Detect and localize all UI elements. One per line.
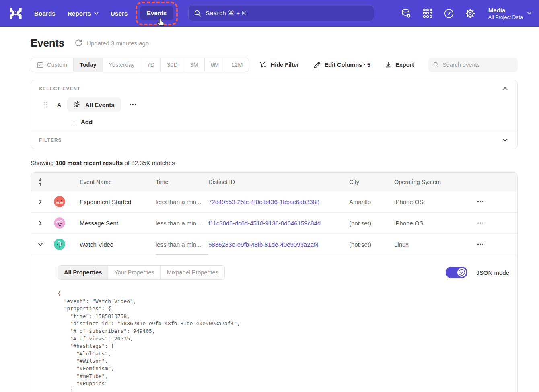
row-menu-button[interactable] (475, 241, 486, 248)
nav-item-users[interactable]: Users (105, 10, 134, 17)
sparkle-cursor-icon (74, 101, 81, 109)
chevron-down-icon (38, 243, 43, 246)
calendar-icon (37, 62, 43, 68)
table-toolbar: Hide Filter Edit Columns · 5 Export (259, 58, 518, 72)
expand-row-button[interactable] (31, 218, 49, 228)
expand-row-button[interactable] (31, 197, 49, 207)
date-range-yesterday[interactable]: Yesterday (103, 58, 141, 72)
distinct-id-link[interactable]: 72d49553-25fc-4f0c-b436-1b5ac6ab3388 (208, 198, 349, 205)
column-header-distinct-id[interactable]: Distinct ID (208, 179, 349, 185)
event-selector-pill[interactable]: All Events (67, 97, 121, 112)
download-icon (385, 62, 391, 68)
svg-text:?: ? (447, 10, 451, 17)
tab-all-properties[interactable]: All Properties (58, 266, 108, 279)
query-builder-card: SELECT EVENT A All Events (31, 80, 518, 149)
ellipsis-icon (477, 243, 484, 245)
time-cell: less than a min... (156, 241, 208, 248)
page-title: Events (31, 37, 64, 50)
date-range-3m[interactable]: 3M (184, 58, 204, 72)
search-icon (194, 10, 201, 17)
chevron-up-icon (502, 87, 508, 90)
check-circle-icon (458, 269, 465, 276)
event-name-cell: Watch Video (70, 241, 156, 248)
funnel-plus-icon (259, 62, 267, 68)
ellipsis-icon (477, 222, 484, 224)
results-summary: Showing 100 most recent results of 82.35… (31, 159, 518, 166)
tab-your-properties[interactable]: Your Properties (108, 266, 160, 279)
add-event-button[interactable]: Add (71, 118, 93, 125)
export-button[interactable]: Export (385, 62, 414, 68)
project-switcher[interactable]: Media All Project Data (488, 6, 532, 21)
date-range-7d[interactable]: 7D (141, 58, 161, 72)
events-table: Event Name Time Distinct ID City Operati… (31, 172, 518, 392)
event-row-letter: A (57, 101, 61, 108)
chevron-down-icon (94, 12, 99, 15)
help-icon[interactable]: ? (444, 8, 454, 18)
ellipsis-icon (129, 104, 137, 106)
distinct-id-link[interactable]: 5886283e-e9fb-48fb-81de-40e9093a2af4 (208, 241, 349, 248)
project-name: Media (488, 6, 523, 14)
collapse-row-button[interactable] (31, 240, 49, 248)
date-range-today[interactable]: Today (73, 58, 103, 72)
properties-tabs: All Properties Your Properties Mixpanel … (58, 265, 225, 280)
mixpanel-logo-icon[interactable] (9, 6, 23, 20)
project-scope: All Project Data (488, 14, 523, 21)
expand-filters-button[interactable] (501, 138, 509, 142)
primary-nav: Boards Reports Users (28, 10, 134, 17)
column-header-time[interactable]: Time (156, 179, 208, 185)
date-range-custom[interactable]: Custom (31, 58, 73, 72)
main-content: Events Updated 3 minutes ago Custom Toda… (0, 37, 539, 392)
select-event-heading: SELECT EVENT (39, 86, 81, 91)
apps-grid-icon[interactable] (423, 8, 432, 18)
event-avatar (54, 217, 65, 229)
edit-columns-button[interactable]: Edit Columns · 5 (314, 62, 370, 68)
date-range-30d[interactable]: 30D (160, 58, 184, 72)
ellipsis-icon (477, 201, 484, 202)
toggle-knob (457, 268, 466, 277)
chevron-right-icon (39, 199, 42, 204)
updated-timestamp: Updated 3 minutes ago (86, 40, 149, 47)
event-detail-panel: All Properties Your Properties Mixpanel … (31, 255, 517, 392)
column-header-event-name[interactable]: Event Name (70, 179, 156, 185)
column-header-city[interactable]: City (349, 179, 394, 185)
hide-filter-button[interactable]: Hide Filter (259, 62, 299, 68)
pointer-hand-cursor-icon (156, 18, 165, 27)
sort-arrows-icon (38, 177, 43, 186)
data-management-icon[interactable] (401, 8, 411, 18)
event-avatar (54, 239, 65, 250)
distinct-id-link[interactable]: f11c30d6-dc6d-4518-9136-0d046159c84d (208, 220, 349, 227)
collapse-all-rows-button[interactable] (38, 177, 43, 186)
global-search-input[interactable]: Search ⌘ + K (188, 6, 374, 21)
pencil-icon (314, 62, 321, 68)
collapse-select-event-button[interactable] (501, 86, 509, 91)
city-cell: Amarillo (349, 198, 394, 205)
nav-item-boards[interactable]: Boards (28, 10, 62, 17)
event-name-cell: Message Sent (70, 220, 156, 227)
settings-gear-icon[interactable] (465, 8, 475, 18)
city-cell: (not set) (349, 220, 394, 227)
event-avatar (54, 196, 65, 207)
date-range-6m[interactable]: 6M (204, 58, 225, 72)
tab-mixpanel-properties[interactable]: Mixpanel Properties (160, 266, 224, 279)
column-header-operating-system[interactable]: Operating System (394, 179, 473, 185)
date-range-12m[interactable]: 12M (225, 58, 249, 72)
json-mode-toggle[interactable] (446, 267, 467, 278)
row-menu-button[interactable] (475, 198, 486, 205)
nav-item-reports[interactable]: Reports (62, 10, 105, 17)
top-navbar: Boards Reports Users Events Search ⌘ + K… (0, 0, 539, 27)
time-cell: less than a min... (156, 198, 208, 205)
row-menu-button[interactable] (475, 220, 486, 226)
refresh-icon[interactable] (75, 39, 82, 47)
filters-heading: FILTERS (39, 138, 62, 142)
search-events-input[interactable] (442, 62, 513, 68)
table-row: Experiment Started less than a min... 72… (31, 191, 517, 213)
chevron-down-icon (502, 138, 508, 142)
navbar-right-group: ? Media All Project Data (401, 0, 532, 27)
drag-handle[interactable] (43, 102, 47, 108)
table-row-expanded: Watch Video less than a min... 5886283e-… (31, 234, 517, 255)
event-options-menu-button[interactable] (128, 102, 138, 107)
os-cell: iPhone OS (394, 220, 473, 227)
table-row: Message Sent less than a min... f11c30d6… (31, 213, 517, 234)
date-range-control: Custom Today Yesterday 7D 30D 3M 6M 12M (31, 58, 249, 72)
json-mode-label: JSON mode (476, 269, 509, 276)
